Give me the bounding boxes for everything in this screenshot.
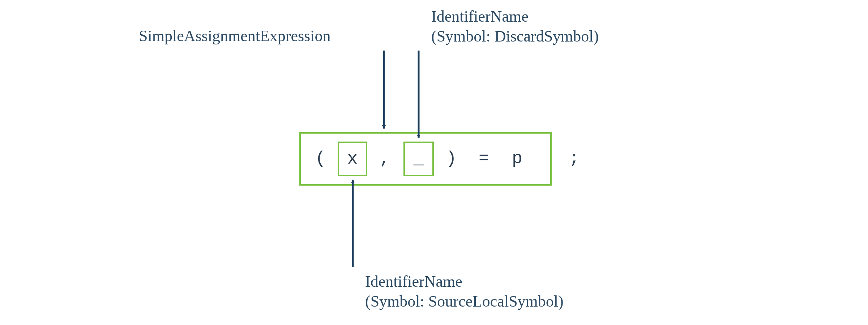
token-close-paren: )	[446, 149, 457, 168]
token-x-box: x	[338, 142, 367, 176]
label-simple-assignment: SimpleAssignmentExpression	[139, 26, 330, 46]
token-open-paren: (	[315, 149, 326, 168]
token-underscore-box: _	[403, 142, 434, 176]
label-identifier-discard-line2: (Symbol: DiscardSymbol)	[431, 27, 599, 45]
label-identifier-source-local: IdentifierName (Symbol: SourceLocalSymbo…	[365, 272, 564, 311]
label-identifier-discard: IdentifierName (Symbol: DiscardSymbol)	[431, 6, 599, 46]
label-identifier-source-local-line1: IdentifierName	[365, 273, 462, 290]
token-comma: ,	[380, 149, 390, 168]
token-p: p	[512, 149, 522, 168]
token-semicolon: ;	[569, 149, 580, 168]
label-identifier-source-local-line2: (Symbol: SourceLocalSymbol)	[365, 292, 564, 310]
token-underscore: _	[414, 149, 424, 169]
label-identifier-discard-line1: IdentifierName	[431, 8, 529, 25]
token-x: x	[347, 149, 358, 169]
token-eq: =	[479, 149, 489, 168]
diagram-canvas: SimpleAssignmentExpression IdentifierNam…	[0, 0, 868, 325]
